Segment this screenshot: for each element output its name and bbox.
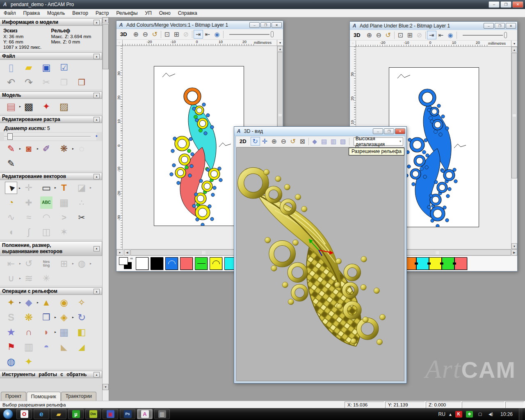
- primary-secondary-colour[interactable]: ∞: [119, 257, 134, 270]
- slider-thumb[interactable]: [271, 31, 274, 37]
- flyout-icon[interactable]: ▸: [55, 186, 56, 189]
- taskbar-photoshop-icon[interactable]: Ps: [120, 409, 135, 419]
- scroll-left-icon[interactable]: ◀: [124, 249, 130, 256]
- flyout-icon[interactable]: ▸: [19, 187, 21, 190]
- maximize-button[interactable]: ❐: [495, 23, 505, 29]
- scroll-up-icon[interactable]: ▲: [277, 46, 283, 52]
- show-desktop-button[interactable]: [519, 408, 523, 420]
- section-header-reverse-tools[interactable]: Инструменты работы с обратным ▲: [0, 371, 102, 378]
- dome-relief-icon[interactable]: ◓: [40, 341, 52, 353]
- zoom-objects-icon[interactable]: ⊞: [405, 31, 415, 39]
- zoom-extents-icon[interactable]: ⊠: [298, 137, 307, 146]
- brush-diameter-slider[interactable]: ✦: [4, 133, 96, 140]
- menu-Справка[interactable]: Справка: [174, 9, 201, 17]
- window2-titlebar[interactable]: A Add Plane Under Blue:2 - Bitmap Layer …: [350, 22, 517, 30]
- colour-swatch[interactable]: [136, 257, 148, 270]
- tab-Проект[interactable]: Проект: [1, 392, 26, 401]
- window1-titlebar[interactable]: A Add Colours/Merge Vectors:1 - Bitmap L…: [116, 21, 283, 29]
- window3d-canvas[interactable]: [236, 147, 404, 381]
- tortoisehg-icon[interactable]: ❖: [466, 411, 473, 418]
- scroll-up-icon[interactable]: ▲: [103, 17, 109, 23]
- zoom-out-icon[interactable]: ⊖: [279, 137, 288, 146]
- minimize-button[interactable]: –: [249, 22, 260, 28]
- section-header-relief-ops[interactable]: Операции с рельефом ▲: [0, 288, 102, 295]
- align-vectors-icon[interactable]: ⇤▸: [5, 258, 17, 270]
- menu-Рельефы[interactable]: Рельефы: [112, 9, 141, 17]
- maximize-button[interactable]: ❐: [500, 1, 511, 8]
- paste-icon[interactable]: ❒: [75, 76, 88, 89]
- zoom-out-icon[interactable]: ⊖: [141, 30, 150, 39]
- create-rectangle-icon[interactable]: ▭▸: [40, 182, 52, 194]
- close-button[interactable]: ✕: [272, 22, 282, 28]
- nesting-icon[interactable]: Nes ting: [40, 258, 52, 270]
- merge-high-icon[interactable]: ◉: [58, 297, 70, 309]
- flyout-icon[interactable]: ▸: [72, 262, 74, 265]
- fillet-icon[interactable]: ◖: [5, 226, 17, 238]
- create-text-icon[interactable]: T: [58, 182, 70, 194]
- flyout-icon[interactable]: ▸: [19, 147, 21, 151]
- toggle-bitmap-icon[interactable]: ⇥: [194, 30, 203, 39]
- mirror-vectors-icon[interactable]: ◫: [40, 226, 52, 238]
- taskbar-save-tool-icon[interactable]: ▣: [103, 409, 118, 419]
- flood-fill-icon[interactable]: ◙▸: [23, 143, 35, 155]
- zoom-out-icon[interactable]: ⊖: [374, 31, 383, 39]
- two-rail-sweep-icon[interactable]: ◈▸: [58, 311, 70, 324]
- menu-Окно[interactable]: Окно: [155, 9, 174, 17]
- envelope-distort-icon[interactable]: ▦: [58, 196, 70, 209]
- collapse-icon[interactable]: ▲: [94, 93, 100, 98]
- wave-distort-icon[interactable]: ≋: [23, 272, 35, 285]
- zoom-selected-icon[interactable]: ⊘: [181, 30, 191, 39]
- palette-icon[interactable]: ❋▸: [58, 143, 70, 155]
- zoom-selected-icon[interactable]: ⊘: [415, 31, 424, 39]
- paint-icon[interactable]: ✎▸: [5, 143, 17, 155]
- slider-thumb[interactable]: [7, 133, 13, 140]
- flyout-icon[interactable]: ▸: [55, 316, 56, 319]
- join-vectors-icon[interactable]: ∪▸: [5, 272, 17, 285]
- flyout-icon[interactable]: ▸: [19, 262, 21, 265]
- eraser-icon[interactable]: ◌: [75, 143, 88, 155]
- flyout-icon[interactable]: ▸: [72, 316, 74, 319]
- collapse-icon[interactable]: ▲: [94, 289, 100, 294]
- fold-relief-icon[interactable]: ✦: [23, 356, 35, 368]
- menu-Файл[interactable]: Файл: [0, 9, 20, 17]
- section-header-vector-position[interactable]: Положение, размер, выравнивание векторов…: [0, 241, 102, 256]
- menu-Модель[interactable]: Модель: [43, 9, 68, 17]
- network-icon[interactable]: ▢: [477, 411, 484, 418]
- zoom-previous-icon[interactable]: ↺: [150, 30, 160, 39]
- texture-curl-icon[interactable]: ◗▸: [40, 326, 52, 338]
- adjust-model-icon[interactable]: ▩: [23, 100, 35, 113]
- colour-swatch[interactable]: [195, 257, 208, 270]
- colour-picker-icon[interactable]: ✐: [40, 143, 52, 155]
- invert-relief-icon[interactable]: ↻: [75, 311, 88, 324]
- switch-2d-button[interactable]: 2D: [237, 138, 249, 145]
- taskbar-dreamweaver-icon[interactable]: Dw: [85, 409, 101, 419]
- flyout-icon[interactable]: ▸: [37, 147, 39, 151]
- menu-Правка[interactable]: Правка: [20, 9, 44, 17]
- minimize-button[interactable]: –: [488, 1, 500, 8]
- start-button[interactable]: ❖: [1, 409, 15, 420]
- preview-relief-icon[interactable]: ◉: [212, 30, 222, 39]
- wrap-relief-icon[interactable]: ∩: [23, 326, 35, 338]
- colour-swatch[interactable]: [165, 257, 178, 270]
- collapse-icon[interactable]: ▲: [94, 372, 100, 377]
- copy-icon[interactable]: ❐: [58, 76, 70, 89]
- emboss-wizard-icon[interactable]: ❒▸: [40, 311, 52, 324]
- vector-texture-icon[interactable]: ✶: [58, 226, 70, 238]
- flyout-icon[interactable]: ▸: [19, 277, 21, 280]
- trim-vectors-icon[interactable]: ◪▸: [75, 182, 88, 194]
- taskbar-utorrent-icon[interactable]: µ: [68, 409, 84, 419]
- load-texture-icon[interactable]: ▨: [58, 100, 70, 113]
- clock[interactable]: 10:26: [500, 411, 513, 417]
- zoom-slider[interactable]: [229, 30, 274, 39]
- block-copy-icon[interactable]: ⊞▸: [58, 258, 70, 270]
- maximize-button[interactable]: ❐: [384, 128, 394, 134]
- taskbar-viewer-icon[interactable]: ▥: [154, 409, 170, 419]
- section-header-model-info[interactable]: Информация о модели ▲: [0, 18, 102, 26]
- collapse-icon[interactable]: ▲: [94, 246, 100, 251]
- smooth-nodes-icon[interactable]: ≈: [23, 211, 35, 224]
- add-relief-icon[interactable]: ▲: [40, 297, 52, 309]
- language-indicator[interactable]: RU: [438, 411, 445, 417]
- top-view-icon[interactable]: ▧: [338, 137, 348, 146]
- mesh-globe-icon[interactable]: ◍: [5, 356, 17, 368]
- minimize-button[interactable]: –: [373, 128, 383, 134]
